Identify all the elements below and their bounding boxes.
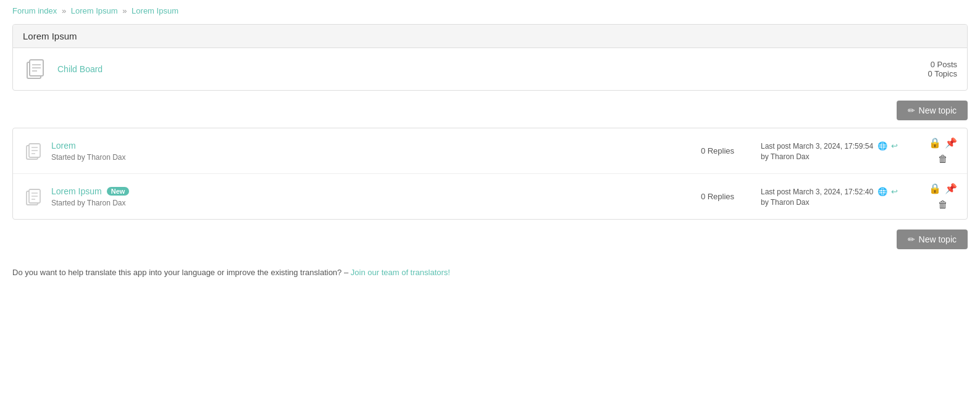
board-stats: 0 Posts 0 Topics <box>883 60 957 78</box>
new-badge-2: New <box>107 187 130 196</box>
pencil-icon-bottom: ✏ <box>908 234 915 244</box>
arrow-icon-2[interactable]: ↩ <box>891 187 898 196</box>
breadcrumb-parent-board[interactable]: Lorem Ipsum <box>71 6 118 15</box>
topic-icon-2 <box>23 186 44 207</box>
pencil-icon-top: ✏ <box>908 105 915 115</box>
breadcrumb-current-board[interactable]: Lorem Ipsum <box>132 6 178 15</box>
topic-title-link-2[interactable]: Lorem Ipsum <box>51 186 102 196</box>
topic-started-1: Started by Tharon Dax <box>51 153 687 162</box>
delete-button-2[interactable]: 🗑 <box>938 199 948 210</box>
new-topic-button-bottom[interactable]: ✏ New topic <box>897 229 968 249</box>
topic-title-row-1: Lorem <box>51 141 687 151</box>
action-bar-bottom: ✏ New topic <box>12 229 968 249</box>
globe-icon-1[interactable]: 🌐 <box>877 141 887 151</box>
topic-main-2: Lorem Ipsum New Started by Tharon Dax <box>51 186 687 207</box>
action-row-top-1: 🔒 📌 <box>929 137 957 149</box>
footer-translate: Do you want to help translate this app i… <box>12 262 968 277</box>
breadcrumb: Forum index » Lorem Ipsum » Lorem Ipsum <box>12 6 968 15</box>
topic-started-2: Started by Tharon Dax <box>51 199 687 207</box>
topic-last-post-line1-1: Last post March 3, 2024, 17:59:54 🌐 ↩ <box>761 141 921 151</box>
topic-main-1: Lorem Started by Tharon Dax <box>51 141 687 162</box>
topic-title-link-1[interactable]: Lorem <box>51 141 76 151</box>
pin-button-1[interactable]: 📌 <box>945 137 957 149</box>
topic-last-post-line2-1: by Tharon Dax <box>761 152 921 161</box>
topic-actions-1: 🔒 📌 🗑 <box>929 137 957 165</box>
topics-container: Lorem Started by Tharon Dax 0 Replies La… <box>12 128 968 220</box>
topic-last-post-2: Last post March 3, 2024, 17:52:40 🌐 ↩ by… <box>748 187 921 207</box>
topic-last-post-line2-2: by Tharon Dax <box>761 198 921 207</box>
breadcrumb-forum-index[interactable]: Forum index <box>12 6 57 15</box>
action-row-bottom-2: 🗑 <box>938 199 948 210</box>
child-board-row: Child Board 0 Posts 0 Topics <box>13 48 967 90</box>
board-topics: 0 Topics <box>883 69 957 78</box>
topic-icon-1 <box>23 141 44 162</box>
child-board-link[interactable]: Child Board <box>57 64 103 74</box>
globe-icon-2[interactable]: 🌐 <box>877 187 887 196</box>
action-row-bottom-1: 🗑 <box>938 154 948 165</box>
lock-button-2[interactable]: 🔒 <box>929 183 941 194</box>
breadcrumb-sep1: » <box>62 6 66 15</box>
action-bar-top: ✏ New topic <box>12 101 968 120</box>
child-board-container: Lorem Ipsum Child Board 0 Posts 0 Topics <box>12 24 968 91</box>
table-row: Lorem Started by Tharon Dax 0 Replies La… <box>13 128 967 174</box>
topic-replies-1: 0 Replies <box>687 146 748 155</box>
delete-button-1[interactable]: 🗑 <box>938 154 948 165</box>
child-board-section-header: Lorem Ipsum <box>13 25 967 48</box>
lock-button-1[interactable]: 🔒 <box>929 137 941 149</box>
board-icon <box>23 57 48 81</box>
pin-button-2[interactable]: 📌 <box>945 183 957 194</box>
topic-last-post-line1-2: Last post March 3, 2024, 17:52:40 🌐 ↩ <box>761 187 921 196</box>
action-row-top-2: 🔒 📌 <box>929 183 957 194</box>
breadcrumb-sep2: » <box>122 6 127 15</box>
new-topic-button-top[interactable]: ✏ New topic <box>897 101 968 120</box>
footer-translate-text: Do you want to help translate this app i… <box>12 268 348 277</box>
topic-last-post-1: Last post March 3, 2024, 17:59:54 🌐 ↩ by… <box>748 141 921 161</box>
topic-replies-2: 0 Replies <box>687 192 748 201</box>
arrow-icon-1[interactable]: ↩ <box>891 141 898 151</box>
board-info: Child Board <box>57 64 883 74</box>
topic-title-row-2: Lorem Ipsum New <box>51 186 687 196</box>
topic-actions-2: 🔒 📌 🗑 <box>929 183 957 210</box>
table-row: Lorem Ipsum New Started by Tharon Dax 0 … <box>13 174 967 219</box>
footer-translate-link[interactable]: Join our team of translators! <box>351 268 450 277</box>
board-posts: 0 Posts <box>883 60 957 69</box>
